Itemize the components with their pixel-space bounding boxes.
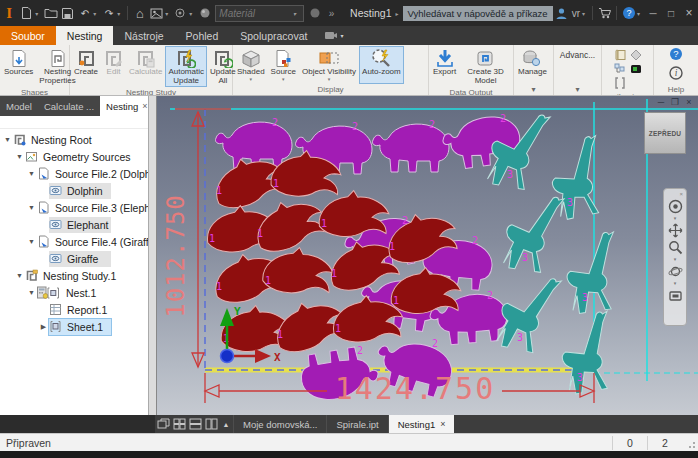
doc-tab-close-icon[interactable]: × bbox=[440, 419, 445, 429]
tree-item-elephant[interactable]: Elephant bbox=[0, 216, 148, 233]
appearance-icon[interactable] bbox=[196, 5, 213, 21]
tab-nesting[interactable]: Nesting bbox=[56, 26, 114, 45]
measure-dropdown-icon[interactable]: ▾ bbox=[189, 10, 196, 17]
advanced-group-dropdown-icon[interactable]: ▾ bbox=[554, 84, 601, 95]
tile-grid-icon[interactable] bbox=[171, 417, 187, 431]
switch-windows-icon[interactable] bbox=[155, 417, 171, 431]
panel-tab-calculate[interactable]: Calculate ... bbox=[38, 96, 100, 116]
ilogic-editor-icon[interactable] bbox=[628, 62, 643, 75]
undo-dropdown-icon[interactable]: ▾ bbox=[93, 10, 100, 17]
advanced-button[interactable]: Advanc... bbox=[557, 46, 598, 62]
render-dropdown-icon[interactable]: ▾ bbox=[165, 10, 172, 17]
navbar-zoom-dropdown-icon[interactable]: ▾ bbox=[674, 256, 677, 263]
minimize-button[interactable]: ─ bbox=[644, 4, 662, 22]
giraffe-part[interactable] bbox=[502, 191, 564, 274]
nesting-canvas-svg[interactable]: 222222222233333311111111111111012.750142… bbox=[157, 96, 698, 415]
panel-tab-nesting[interactable]: Nesting× bbox=[100, 96, 153, 116]
measure-icon[interactable] bbox=[172, 5, 189, 21]
origin-point[interactable] bbox=[221, 350, 234, 363]
tree-item-report-1[interactable]: Report.1 bbox=[0, 301, 148, 318]
navbar-wheel-dropdown-icon[interactable]: ▾ bbox=[674, 215, 677, 222]
pan-icon[interactable] bbox=[668, 222, 683, 239]
create-3d-model-button[interactable]: Create 3D Model bbox=[459, 46, 512, 87]
x-axis-arrow[interactable] bbox=[255, 349, 271, 363]
panel-tab-close-icon[interactable]: × bbox=[142, 101, 147, 111]
save-icon[interactable] bbox=[59, 5, 76, 21]
tree-item-source-file-3-elephant-dxf[interactable]: ▼Source File.3 (Elephant.dxf) bbox=[0, 199, 148, 216]
viewport-minimize-icon[interactable]: ─ bbox=[654, 97, 668, 107]
navbar-close-icon[interactable]: × bbox=[679, 191, 683, 198]
object-visibility-dropdown-icon[interactable]: ▾ bbox=[328, 77, 331, 81]
tab-spolupracovat[interactable]: Spolupracovat bbox=[229, 26, 318, 45]
ilogic-browser-icon[interactable] bbox=[612, 62, 627, 75]
shaded-dropdown-icon[interactable]: ▾ bbox=[250, 77, 253, 81]
navigation-wheel-icon[interactable] bbox=[668, 198, 683, 215]
elephant-part[interactable] bbox=[372, 124, 449, 172]
doc-tab-spirale[interactable]: Spirale.ipt bbox=[326, 415, 387, 433]
tree-expand-icon[interactable]: ▼ bbox=[26, 170, 37, 177]
tree-item-geometry-sources[interactable]: ▼Geometry Sources bbox=[0, 148, 148, 165]
tree-expand-icon[interactable]: ▼ bbox=[2, 136, 13, 143]
help-icon[interactable]: ? bbox=[620, 5, 637, 21]
viewport-restore-icon[interactable]: ❐ bbox=[668, 97, 682, 107]
export-button[interactable]: Export bbox=[430, 46, 459, 87]
tab-pohled[interactable]: Pohled bbox=[175, 26, 230, 45]
tree-expand-icon[interactable]: ▼ bbox=[14, 153, 25, 160]
tree-expand-icon[interactable]: ▶ bbox=[38, 323, 49, 331]
help-topics-icon[interactable]: ? bbox=[669, 47, 683, 65]
store-cart-icon[interactable] bbox=[596, 5, 613, 21]
tile-horizontal-icon[interactable] bbox=[187, 417, 203, 431]
tree-expand-icon[interactable]: ▼ bbox=[14, 272, 25, 279]
user-name[interactable]: vr bbox=[572, 8, 580, 19]
panel-tab-model[interactable]: Model bbox=[0, 96, 38, 116]
tree-item-nesting-study-1[interactable]: ▼Nesting Study.1 bbox=[0, 267, 148, 284]
ilogic-trigger-icon[interactable] bbox=[628, 48, 643, 61]
help-search-input[interactable]: Vyhledávat v nápovědě a příkaze bbox=[403, 6, 553, 21]
giraffe-part[interactable] bbox=[494, 270, 561, 356]
viewport-close-icon[interactable]: × bbox=[682, 97, 696, 107]
help-dropdown-icon[interactable]: ▾ bbox=[637, 10, 644, 17]
title-expand-icon[interactable]: ▸ bbox=[396, 10, 403, 17]
dolphin-part[interactable] bbox=[251, 195, 327, 255]
doc-tab-home[interactable]: Moje domovská... bbox=[233, 415, 326, 433]
ilogic-forms-icon[interactable] bbox=[612, 76, 627, 89]
ribbon-display-options-icon[interactable]: ▾ bbox=[318, 26, 349, 45]
user-dropdown-icon[interactable]: ▾ bbox=[582, 10, 589, 17]
source-display-button[interactable]: Source ▾ bbox=[268, 46, 299, 84]
close-button[interactable]: × bbox=[680, 4, 698, 22]
doc-tab-nesting1[interactable]: Nesting1× bbox=[388, 415, 455, 433]
tree-item-source-file-4-giraffe-dxf[interactable]: ▼Source File.4 (Giraffe.dxf) bbox=[0, 233, 148, 250]
auto-zoom-button[interactable]: Auto-zoom bbox=[359, 46, 404, 84]
new-file-dropdown-icon[interactable]: ▾ bbox=[35, 10, 42, 17]
toolbar-overflow-icon[interactable]: » bbox=[323, 5, 340, 21]
tree-expand-icon[interactable]: ▼ bbox=[26, 238, 37, 245]
manage-group-dropdown-icon[interactable]: ▾ bbox=[514, 84, 553, 95]
home-icon[interactable]: ⌂ bbox=[131, 5, 148, 21]
resize-grip[interactable] bbox=[682, 435, 698, 451]
ilogic-rules-icon[interactable] bbox=[612, 48, 627, 61]
create-button[interactable]: Create bbox=[71, 46, 101, 87]
automatic-update-button[interactable]: Automatic Update bbox=[165, 46, 207, 87]
tree-item-nesting-root[interactable]: ▼Nesting Root bbox=[0, 131, 148, 148]
undo-icon[interactable]: ↶ bbox=[76, 5, 93, 21]
sources-button[interactable]: Sources bbox=[1, 46, 36, 87]
navbar-orbit-dropdown-icon[interactable]: ▾ bbox=[674, 280, 677, 287]
source-display-dropdown-icon[interactable]: ▾ bbox=[282, 77, 285, 81]
view-cube[interactable]: ZEPŘEDU bbox=[644, 112, 686, 154]
shaded-button[interactable]: Shaded ▾ bbox=[234, 46, 268, 84]
look-at-icon[interactable] bbox=[668, 287, 683, 304]
tree-item-source-file-2-dolphin-dxf[interactable]: ▼Source File.2 (Dolphin.dxf) bbox=[0, 165, 148, 182]
giraffe-part[interactable] bbox=[562, 231, 624, 314]
material-combo[interactable]: Materiál ▾ bbox=[215, 5, 304, 22]
panel-splitter[interactable] bbox=[148, 96, 157, 415]
tree-item-nest-1[interactable]: ▼Nest.1 bbox=[0, 284, 148, 301]
tile-vertical-icon[interactable] bbox=[203, 417, 219, 431]
y-axis-arrow[interactable] bbox=[220, 308, 234, 326]
render-icon[interactable] bbox=[148, 5, 165, 21]
tab-soubor[interactable]: Soubor bbox=[0, 26, 56, 45]
orbit-icon[interactable] bbox=[668, 263, 683, 280]
tab-nastroje[interactable]: Nástroje bbox=[113, 26, 174, 45]
user-avatar-icon[interactable] bbox=[553, 5, 570, 21]
manage-button[interactable]: Manage bbox=[515, 46, 550, 84]
giraffe-part[interactable] bbox=[556, 311, 621, 395]
